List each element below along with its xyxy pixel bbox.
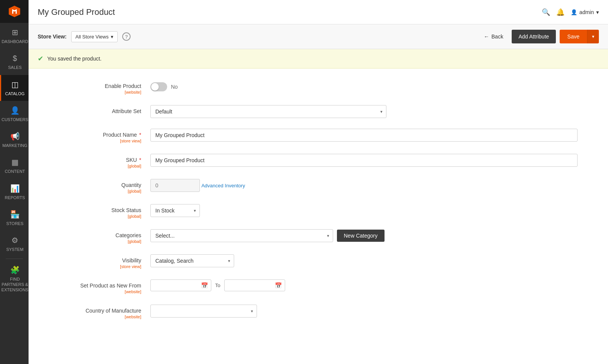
product-name-row: Product Name * [store view] [59, 129, 578, 143]
main-area: My Grouped Product 🔍 🔔 👤 admin ▾ Store V… [29, 0, 608, 364]
new-category-button[interactable]: New Category [337, 230, 385, 242]
enable-product-label: Enable Product [105, 83, 141, 89]
back-button[interactable]: ← Back [479, 30, 508, 43]
admin-chevron-icon: ▾ [596, 9, 599, 15]
sidebar-label-sales: SALES [8, 65, 21, 70]
calendar-from-icon[interactable]: 📅 [201, 282, 208, 289]
add-attribute-button[interactable]: Add Attribute [512, 30, 556, 43]
enable-product-scope: [website] [59, 90, 141, 94]
enable-product-value: No [171, 84, 178, 90]
visibility-select[interactable]: Catalog, Search Catalog Search Not Visib… [150, 254, 234, 267]
help-icon[interactable]: ? [122, 32, 131, 41]
dashboard-icon: ⊞ [12, 27, 18, 37]
calendar-to-icon[interactable]: 📅 [275, 282, 282, 289]
sidebar-item-marketing[interactable]: 📢 MARKETING [0, 127, 29, 153]
quantity-control: Advanced Inventory [150, 179, 578, 192]
enable-product-label-col: Enable Product [website] [59, 80, 150, 94]
sku-required: * [139, 157, 141, 163]
set-product-new-from-control: 📅 To 📅 [150, 279, 578, 291]
sidebar-item-extensions[interactable]: 🧩 FIND PARTNERS & EXTENSIONS [0, 260, 29, 297]
categories-label: Categories [115, 232, 141, 238]
sku-label: SKU * [126, 157, 141, 163]
product-name-required: * [139, 132, 141, 138]
search-icon[interactable]: 🔍 [542, 8, 550, 16]
catalog-icon: ◫ [11, 80, 19, 89]
enable-product-toggle-wrap: No [150, 80, 578, 91]
attribute-set-row: Attribute Set Default ▾ [59, 105, 578, 118]
page-title: My Grouped Product [38, 7, 115, 17]
enable-product-control: No [150, 80, 578, 91]
sidebar-item-reports[interactable]: 📊 REPORTS [0, 179, 29, 205]
stock-status-label-col: Stock Status [global] [59, 204, 150, 219]
categories-scope: [global] [59, 239, 141, 244]
sales-icon: $ [13, 53, 17, 63]
quantity-input[interactable] [150, 179, 200, 192]
sku-input[interactable] [150, 154, 578, 167]
sidebar-item-dashboard[interactable]: ⊞ DASHBOARD [0, 23, 29, 49]
set-product-new-from-label-col: Set Product as New From [website] [59, 279, 150, 294]
product-name-scope: [store view] [59, 139, 141, 143]
header-actions: 🔍 🔔 👤 admin ▾ [542, 8, 599, 16]
to-label: To [215, 283, 220, 288]
date-to-wrap: 📅 [224, 279, 285, 291]
top-header: My Grouped Product 🔍 🔔 👤 admin ▾ [29, 0, 608, 24]
success-message: You saved the product. [47, 56, 102, 62]
product-name-control [150, 129, 578, 142]
sidebar-item-customers[interactable]: 👤 CUSTOMERS [0, 101, 29, 127]
success-check-icon: ✔ [38, 54, 43, 63]
admin-menu[interactable]: 👤 admin ▾ [571, 9, 599, 15]
sidebar-item-system[interactable]: ⚙ SYSTEM [0, 231, 29, 257]
date-wrap: 📅 To 📅 [150, 279, 578, 291]
sidebar-item-content[interactable]: ▦ CONTENT [0, 153, 29, 179]
categories-select-wrap: Select... ▾ [150, 229, 333, 242]
product-name-input[interactable] [150, 129, 578, 142]
country-of-manufacture-row: Country of Manufacture [website] ▾ [59, 305, 578, 319]
customers-icon: 👤 [10, 105, 20, 115]
save-dropdown-button[interactable]: ▾ [587, 30, 599, 43]
content-icon: ▦ [11, 157, 19, 167]
categories-select[interactable]: Select... [150, 229, 333, 242]
quantity-row: Quantity [global] Advanced Inventory [59, 179, 578, 193]
country-control: ▾ [150, 305, 578, 318]
country-select[interactable] [150, 305, 257, 318]
country-select-wrap: ▾ [150, 305, 257, 318]
sidebar-item-sales[interactable]: $ SALES [0, 49, 29, 75]
stock-status-select-wrap: In Stock Out of Stock ▾ [150, 204, 200, 217]
sidebar-item-catalog[interactable]: ◫ CATALOG [0, 75, 29, 101]
toolbar: Store View: All Store Views ▾ ? ← Back A… [29, 24, 608, 49]
sidebar-label-stores: STORES [6, 221, 23, 226]
country-label-col: Country of Manufacture [website] [59, 305, 150, 319]
notifications-icon[interactable]: 🔔 [556, 8, 565, 16]
attribute-set-select[interactable]: Default [150, 105, 386, 118]
sku-control [150, 154, 578, 167]
sidebar-label-dashboard: DASHBOARD [2, 39, 28, 44]
reports-icon: 📊 [10, 184, 20, 193]
quantity-scope: [global] [59, 189, 141, 193]
stock-status-select[interactable]: In Stock Out of Stock [150, 204, 200, 217]
sidebar-label-content: CONTENT [5, 169, 25, 174]
attribute-set-select-wrap: Default ▾ [150, 105, 386, 118]
set-product-new-from-scope: [website] [59, 289, 141, 294]
categories-row: Categories [global] Select... ▾ New Cate… [59, 229, 578, 244]
stock-status-scope: [global] [59, 214, 141, 219]
stock-status-label: Stock Status [111, 207, 141, 213]
store-view-label: Store View: [38, 34, 67, 40]
store-view-select[interactable]: All Store Views ▾ [71, 31, 118, 42]
sidebar-divider [6, 259, 23, 259]
back-arrow-icon: ← [484, 34, 489, 40]
set-product-new-from-label: Set Product as New From [80, 283, 141, 289]
enable-product-row: Enable Product [website] No [59, 80, 578, 94]
categories-wrap: Select... ▾ New Category [150, 229, 578, 242]
enable-product-toggle[interactable] [150, 82, 167, 91]
visibility-select-wrap: Catalog, Search Catalog Search Not Visib… [150, 254, 234, 267]
set-product-new-from-row: Set Product as New From [website] 📅 To 📅 [59, 279, 578, 294]
sidebar-label-system: SYSTEM [6, 247, 23, 252]
country-scope: [website] [59, 315, 141, 319]
sidebar-item-stores[interactable]: 🏪 STORES [0, 205, 29, 231]
back-label: Back [492, 34, 503, 40]
sidebar-label-extensions: FIND PARTNERS & EXTENSIONS [2, 276, 29, 293]
advanced-inventory-link[interactable]: Advanced Inventory [201, 183, 245, 188]
quantity-label-col: Quantity [global] [59, 179, 150, 193]
save-button[interactable]: Save [560, 30, 587, 43]
admin-label: admin [579, 9, 594, 15]
